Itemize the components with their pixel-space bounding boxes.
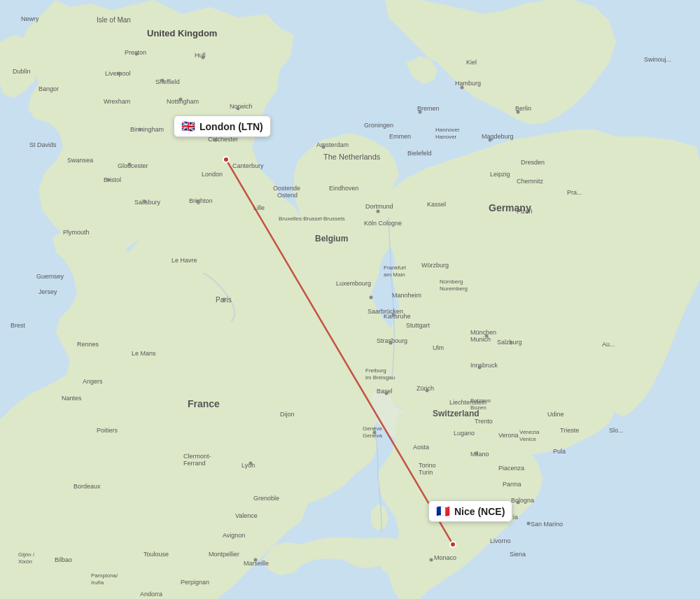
svg-text:Montpellier: Montpellier <box>209 551 239 558</box>
svg-text:im Breisgau: im Breisgau <box>365 374 395 381</box>
svg-point-156 <box>517 111 520 114</box>
svg-text:Amsterdam: Amsterdam <box>316 141 349 148</box>
svg-text:Turin: Turin <box>419 469 433 476</box>
svg-text:Brighton: Brighton <box>189 197 213 204</box>
svg-text:Pula: Pula <box>553 448 566 455</box>
svg-text:Innsbruck: Innsbruck <box>470 362 498 369</box>
nice-airport-label[interactable]: 🇫🇷 Nice (NCE) <box>428 500 512 522</box>
svg-point-160 <box>478 366 482 369</box>
svg-text:Bozen: Bozen <box>470 404 486 411</box>
svg-text:Nottingham: Nottingham <box>167 98 199 105</box>
svg-point-159 <box>510 341 513 345</box>
svg-text:Valence: Valence <box>235 512 258 519</box>
svg-text:Kiel: Kiel <box>466 59 477 66</box>
svg-point-138 <box>128 163 132 167</box>
svg-text:Pra...: Pra... <box>567 189 582 196</box>
svg-text:Jersey: Jersey <box>38 288 57 295</box>
svg-text:Plymouth: Plymouth <box>63 229 90 236</box>
svg-point-153 <box>426 389 429 393</box>
svg-point-144 <box>249 462 253 465</box>
svg-text:Wrexham: Wrexham <box>104 98 130 105</box>
svg-point-134 <box>179 98 183 101</box>
svg-text:Bolzano: Bolzano <box>470 397 491 404</box>
svg-text:Pamplona/: Pamplona/ <box>91 572 118 579</box>
svg-text:Poitiers: Poitiers <box>97 427 118 434</box>
svg-text:Rennes: Rennes <box>77 341 99 348</box>
svg-text:Emmen: Emmen <box>389 133 411 140</box>
svg-point-152 <box>373 431 377 435</box>
svg-text:Bangor: Bangor <box>38 85 59 92</box>
svg-text:Swinouj...: Swinouj... <box>644 56 671 63</box>
svg-text:Venezia: Venezia <box>519 429 540 435</box>
svg-point-162 <box>517 501 520 505</box>
svg-text:San Marino: San Marino <box>531 521 563 528</box>
svg-text:Bologna: Bologna <box>511 497 534 504</box>
svg-text:Ferrand: Ferrand <box>183 460 206 467</box>
svg-text:Venice: Venice <box>519 436 537 442</box>
svg-text:Basel: Basel <box>377 388 393 395</box>
svg-text:Trento: Trento <box>475 418 493 425</box>
svg-text:Milano: Milano <box>470 451 489 458</box>
svg-text:Le Havre: Le Havre <box>172 257 197 264</box>
svg-point-137 <box>237 107 240 111</box>
svg-text:Genève: Genève <box>363 425 383 432</box>
svg-text:Swansea: Swansea <box>67 157 93 164</box>
svg-text:Dortmund: Dortmund <box>365 203 393 210</box>
svg-text:Aosta: Aosta <box>413 444 429 451</box>
svg-text:Geneva: Geneva <box>363 432 383 439</box>
svg-text:London: London <box>202 171 223 178</box>
svg-point-146 <box>322 146 326 149</box>
svg-text:Avignon: Avignon <box>223 532 245 539</box>
svg-text:Iruña: Iruña <box>91 579 104 586</box>
nice-airport-name: Nice (NCE) <box>454 506 505 517</box>
svg-text:Bilbao: Bilbao <box>55 556 72 563</box>
svg-text:Lyon: Lyon <box>241 462 255 469</box>
svg-text:Trieste: Trieste <box>560 427 579 434</box>
london-dot <box>223 156 230 163</box>
svg-text:Brest: Brest <box>10 322 26 329</box>
svg-text:Xixón: Xixón <box>18 558 32 565</box>
svg-point-142 <box>107 178 111 182</box>
svg-text:Chemnitz: Chemnitz <box>517 178 544 185</box>
svg-text:Leipzig: Leipzig <box>490 171 510 178</box>
nice-dot <box>449 541 456 548</box>
london-airport-label[interactable]: 🇬🇧 London (LTN) <box>174 115 271 137</box>
svg-text:Slo...: Slo... <box>609 427 624 434</box>
svg-text:Nantes: Nantes <box>62 395 82 402</box>
svg-point-132 <box>118 72 121 76</box>
svg-point-147 <box>377 210 380 213</box>
svg-text:Grenoble: Grenoble <box>253 495 279 502</box>
svg-text:Andorra: Andorra <box>140 591 162 598</box>
svg-text:Dresden: Dresden <box>521 159 545 166</box>
svg-text:Parma: Parma <box>503 481 522 488</box>
svg-text:Livorno: Livorno <box>490 537 511 544</box>
svg-text:Mannheim: Mannheim <box>392 292 421 299</box>
svg-point-161 <box>475 452 478 456</box>
svg-text:Kassel: Kassel <box>427 201 446 208</box>
svg-text:Nürnberg: Nürnberg <box>440 279 463 285</box>
svg-text:Canterbury: Canterbury <box>232 162 264 169</box>
svg-point-148 <box>370 296 373 300</box>
svg-text:Torino: Torino <box>419 462 436 469</box>
svg-text:Bielefeld: Bielefeld <box>407 150 432 157</box>
svg-point-157 <box>489 139 492 142</box>
svg-point-143 <box>223 298 226 302</box>
svg-point-136 <box>202 56 205 59</box>
svg-text:Norwich: Norwich <box>230 103 253 110</box>
svg-point-133 <box>161 79 164 83</box>
france-flag-icon: 🇫🇷 <box>436 505 450 518</box>
svg-point-166 <box>430 558 433 562</box>
svg-text:Hannover: Hannover <box>435 127 460 133</box>
svg-point-131 <box>139 128 142 132</box>
svg-text:Bruxelles·Brussel·Brussels: Bruxelles·Brussel·Brussels <box>279 216 345 222</box>
svg-text:Oostende: Oostende <box>273 185 300 192</box>
svg-point-145 <box>254 558 258 562</box>
svg-text:Nuremberg: Nuremberg <box>440 286 468 292</box>
svg-point-163 <box>527 522 531 526</box>
svg-text:Luxembourg: Luxembourg <box>336 280 371 287</box>
svg-point-135 <box>135 52 139 56</box>
svg-text:Bordeaux: Bordeaux <box>74 483 101 490</box>
svg-text:Le Mans: Le Mans <box>132 350 156 357</box>
svg-point-140 <box>196 200 200 204</box>
svg-text:am Main: am Main <box>384 272 405 278</box>
